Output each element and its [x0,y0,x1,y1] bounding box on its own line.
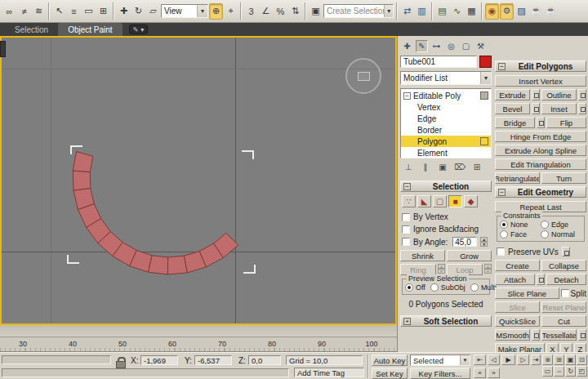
display-tab-icon[interactable]: ▢ [460,40,472,52]
bridge-button[interactable]: Bridge [495,117,535,128]
render-setup-icon[interactable]: ⚙ [500,3,514,20]
outline-settings-button[interactable] [578,89,586,100]
make-planar-y-button[interactable]: Y [560,343,572,352]
select-and-link-icon[interactable]: ∞ [2,3,16,20]
angle-value-field[interactable]: 45,0 [452,237,477,247]
x-coordinate-field[interactable]: -1,969 [140,355,178,365]
reference-coordinate-dropdown[interactable]: View ▾ [161,4,208,18]
slice-plane-button[interactable]: Slice Plane [495,288,559,299]
radio[interactable] [500,221,508,229]
stack-item-vertex[interactable]: Vertex [401,101,491,113]
retriangulate-button[interactable]: Retriangulate [495,172,540,184]
bridge-settings-button[interactable] [537,117,545,128]
modifier-list-dropdown[interactable]: Modifier List ▾ [400,71,492,85]
constraint-none-radio[interactable]: None [500,221,541,229]
selection-region-icon[interactable]: ▭ [82,3,96,20]
constraint-face-radio[interactable]: Face [500,230,541,239]
turn-button[interactable]: Turn [541,172,586,184]
preserve-uvs-checkbox[interactable] [497,247,505,256]
make-planar-x-button[interactable]: X [546,343,559,352]
spinner-snap-icon[interactable]: ⇅ [288,3,302,20]
auto-key-button[interactable]: Auto Key [372,354,408,366]
next-frame-button[interactable]: ▷ [517,354,529,365]
named-selection-sets-dropdown[interactable]: Create Selection Se ▾ [323,4,394,18]
zoom-extents-icon[interactable]: ▣ [565,354,576,365]
selection-lock-icon[interactable] [116,357,125,367]
stack-active-toggle[interactable] [480,137,488,145]
edit-named-selection-sets-icon[interactable]: ▣ [309,3,323,20]
tab-object-paint[interactable]: Object Paint [58,23,122,36]
select-and-move-icon[interactable]: ✚ [117,3,131,20]
select-by-name-icon[interactable]: ≡ [67,3,81,20]
snap-toggle-icon[interactable]: 3 [244,3,258,20]
collapse-icon[interactable]: − [498,189,506,196]
bevel-button[interactable]: Bevel [495,103,530,114]
tube-object[interactable] [2,38,395,323]
make-planar-button[interactable]: Make Planar [495,343,545,352]
border-mode-icon[interactable]: ▢ [433,195,447,207]
stack-item-polygon[interactable]: Polygon [401,136,491,147]
z-coordinate-field[interactable]: 0,0 [248,355,281,365]
rendered-frame-window-icon[interactable]: ▨ [514,3,528,20]
zoom-extents-all-icon[interactable]: ⊡ [577,354,587,365]
stack-item-edge[interactable]: Edge [401,113,491,124]
by-angle-checkbox[interactable] [402,238,410,246]
y-coordinate-field[interactable]: -6,537 [194,355,232,365]
tab-selection[interactable]: Selection [5,23,58,36]
flip-button[interactable]: Flip [546,117,586,128]
select-and-scale-icon[interactable]: ▱ [146,3,160,20]
radio[interactable] [500,230,508,239]
pin-stack-icon[interactable]: ⊥ [402,161,415,172]
ribbon-paint-menu[interactable]: ✎ ▾ [129,25,149,34]
msmooth-settings-button[interactable] [532,329,540,341]
grow-button[interactable]: Grow [447,250,492,261]
inset-settings-button[interactable] [578,103,586,114]
configure-modifier-sets-icon[interactable]: ⊞ [470,161,483,172]
preserve-uvs-settings-button[interactable] [562,247,570,256]
render-iterative-icon[interactable]: ☕ [544,3,558,20]
layer-manager-icon[interactable]: ▤ [435,3,449,20]
outline-button[interactable]: Outline [541,89,577,100]
collapse-icon[interactable]: − [498,63,506,70]
edit-polygons-rollout-header[interactable]: − Edit Polygons [495,60,586,72]
time-slider[interactable] [0,325,397,337]
msmooth-button[interactable]: MSmooth [495,329,530,341]
make-unique-icon[interactable]: ▣ [436,161,449,172]
checkbox[interactable] [402,225,410,234]
edge-mode-icon[interactable]: ◣ [417,195,431,207]
edit-geometry-rollout-header[interactable]: − Edit Geometry [495,186,586,198]
stack-visibility-toggle[interactable] [480,91,488,100]
curve-editor-icon[interactable]: ∿ [450,3,464,20]
object-name-field[interactable]: Tube001 [400,56,477,68]
create-tab-icon[interactable]: ✚ [401,40,413,52]
zoom-icon[interactable]: ⊕ [542,354,553,365]
cut-button[interactable]: Cut [541,315,586,327]
render-production-icon[interactable]: ☕ [529,3,543,20]
schematic-view-icon[interactable]: ▦ [465,3,479,20]
vertex-mode-icon[interactable]: ∵ [402,195,416,207]
key-mode-dropdown[interactable]: Selected ▾ [410,354,470,366]
tessellate-button[interactable]: Tessellate [541,329,577,341]
attach-button[interactable]: Attach [495,274,535,285]
hinge-from-edge-button[interactable]: Hinge From Edge [495,131,586,142]
shrink-button[interactable]: Shrink [400,250,445,261]
percent-snap-icon[interactable]: % [274,3,287,20]
use-selection-center-icon[interactable]: ⊕ [209,3,223,20]
repeat-last-button[interactable]: Repeat Last [495,201,586,212]
inset-button[interactable]: Inset [541,103,577,114]
key-filters-button[interactable]: Key Filters... [410,368,470,379]
preview-subobj-radio[interactable]: SubObj [430,283,466,292]
utilities-tab-icon[interactable]: ⚒ [474,40,487,52]
go-to-start-button[interactable]: ⇤ [474,354,486,365]
preview-multi-radio[interactable]: Multi [470,283,497,292]
material-editor-icon[interactable]: ◉ [485,3,499,20]
viewcube-face[interactable] [358,72,370,81]
align-icon[interactable]: ▥ [415,3,429,20]
insert-vertex-button[interactable]: Insert Vertex [495,75,586,87]
spinner-down-icon[interactable]: ▼ [480,242,488,247]
pan-icon[interactable]: ⇔ [554,366,564,377]
extrude-button[interactable]: Extrude [495,89,530,100]
angle-snap-icon[interactable]: ∠ [259,3,273,20]
expand-icon[interactable]: + [403,318,411,325]
make-planar-z-button[interactable]: Z [574,343,586,352]
